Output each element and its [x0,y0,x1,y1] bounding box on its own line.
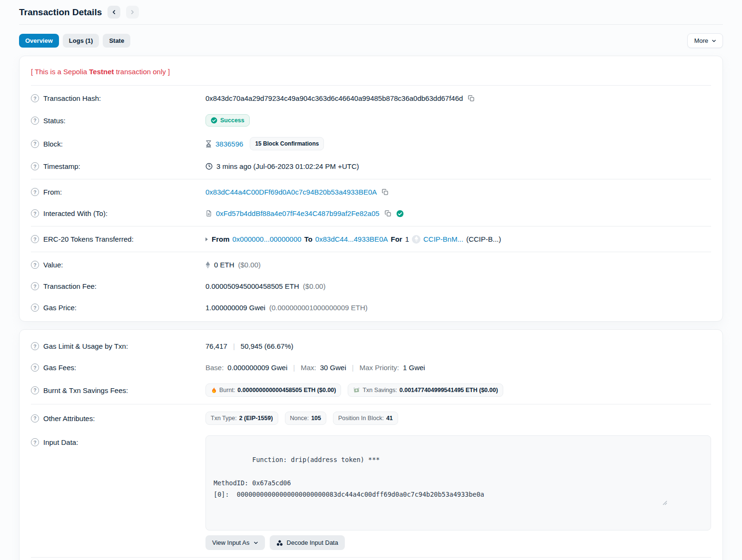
status-badge: Success [205,114,250,127]
nonce-badge: Nonce: 105 [285,412,326,425]
row-interacted-with: Interacted With (To): 0xFd57b4ddBf88a4e0… [31,203,711,224]
gas-limit-usage-label: Gas Limit & Usage by Txn: [43,342,128,350]
chevron-down-icon [712,39,716,43]
more-dropdown-button[interactable]: More [687,33,723,48]
more-dropdown-label: More [694,37,708,44]
burnt-badge-label: Burnt: [219,387,235,393]
help-icon[interactable] [31,261,39,269]
transfer-from-address[interactable]: 0x000000...00000000 [233,235,302,243]
separator: | [350,364,356,372]
tab-logs[interactable]: Logs (1) [63,34,99,48]
base-fee-value: 0.000000009 Gwei [227,364,287,372]
prev-transaction-button[interactable] [107,6,120,19]
page-container: Transaction Details Overview Logs (1) St… [0,0,742,560]
chevron-down-icon [254,540,258,545]
from-address-link[interactable]: 0x83dC44a4C00DFf69d0A0c7c94B20b53a4933BE… [205,188,377,196]
transaction-fee-label: Transaction Fee: [43,282,97,290]
verified-check-icon [396,210,404,217]
row-erc20-transfers: ERC-20 Tokens Transferred: From 0x000000… [31,228,711,250]
divider [31,179,711,179]
token-name-link[interactable]: CCIP-BnM... [423,235,463,243]
txn-savings-badge-value: 0.001477404999541495 ETH ($0.00) [400,387,498,393]
divider [31,252,711,252]
clock-icon [205,163,213,170]
separator: | [231,342,237,350]
gas-usage-value: 50,945 (66.67%) [241,342,293,350]
burnt-badge-value: 0.000000000000458505 ETH ($0.00) [237,387,336,393]
copy-icon[interactable] [381,188,390,196]
burnt-savings-label: Burnt & Txn Savings Fees: [43,386,128,394]
position-in-block-badge: Position In Block: 41 [333,412,398,425]
page-title: Transaction Details [19,7,102,18]
input-data-label: Input Data: [43,438,78,446]
transaction-hash-label: Transaction Hash: [43,94,101,102]
row-gas-price: Gas Price: 1.000000009 Gwei (0.000000001… [31,297,711,318]
row-block: Block: 3836596 15 Block Confirmations [31,132,711,156]
row-input-data: Input Data: Function: drip(address token… [31,430,711,555]
txn-type-badge: Txn Type: 2 (EIP-1559) [205,412,278,425]
gas-limit-value: 76,417 [205,342,227,350]
input-data-box[interactable]: Function: drip(address token) *** Method… [205,435,711,531]
row-transaction-hash: Transaction Hash: 0x843dc70a4a29d79234c4… [31,88,711,109]
txn-type-value: 2 (EIP-1559) [239,415,273,422]
help-icon[interactable] [31,438,39,446]
money-wings-icon [353,387,360,393]
help-icon[interactable] [31,188,39,196]
header-divider [19,24,723,25]
help-icon[interactable] [31,209,39,217]
divider [31,557,711,558]
help-icon[interactable] [31,414,39,422]
block-number-link[interactable]: 3836596 [215,140,243,148]
value-label: Value: [43,261,63,269]
tabs: Overview Logs (1) State [19,34,130,48]
transaction-fee-amount: 0.000050945000458505 ETH [205,282,299,290]
base-fee-label: Base: [205,364,224,372]
view-input-as-button[interactable]: View Input As [205,535,265,550]
help-icon[interactable] [31,162,39,170]
decode-cubes-icon [276,540,283,546]
help-icon[interactable] [31,386,39,394]
tabs-row: Overview Logs (1) State More [19,33,723,48]
divider [31,226,711,226]
help-icon[interactable] [31,342,39,350]
max-priority-label: Max Priority: [360,364,399,372]
help-icon[interactable] [31,117,39,125]
copy-icon[interactable] [383,210,392,217]
decode-input-data-button[interactable]: Decode Input Data [270,535,345,550]
next-transaction-button[interactable] [126,6,139,19]
eth-icon [205,261,210,269]
help-icon[interactable] [31,140,39,148]
transfer-from-word: From [212,235,230,243]
burnt-badge: Burnt: 0.000000000000458505 ETH ($0.00) [205,383,341,397]
copy-icon[interactable] [467,95,476,102]
help-icon[interactable] [31,235,39,243]
block-confirmations-badge: 15 Block Confirmations [250,137,324,150]
help-icon[interactable] [31,94,39,102]
status-label: Status: [43,117,66,125]
token-symbol: (CCIP-B...) [466,235,501,243]
gas-price-gwei: 1.000000009 Gwei [205,304,265,312]
flame-icon [211,387,217,393]
help-icon[interactable] [31,282,39,290]
transfer-amount: 1 [405,235,409,243]
decode-input-data-label: Decode Input Data [287,539,338,546]
to-address-link[interactable]: 0xFd57b4ddBf88a4e07fF4e34C487b99af2Fe82a… [216,209,380,217]
max-priority-value: 1 Gwei [403,364,425,372]
other-attributes-label: Other Attributes: [43,414,95,422]
txn-savings-badge: Txn Savings: 0.001477404999541495 ETH ($… [348,383,503,397]
timestamp-label: Timestamp: [43,162,80,170]
help-icon[interactable] [31,304,39,312]
resize-grip-icon[interactable] [663,478,709,529]
gas-price-eth: (0.000000001000000009 ETH) [269,304,368,312]
row-burnt-savings: Burnt & Txn Savings Fees: Burnt: 0.00000… [31,378,711,402]
transaction-fee-usd: ($0.00) [303,282,326,290]
details-card: Gas Limit & Usage by Txn: 76,417 | 50,94… [19,329,723,560]
row-timestamp: Timestamp: 3 mins ago (Jul-06-2023 01:02… [31,156,711,177]
tab-state[interactable]: State [103,34,130,48]
tab-overview[interactable]: Overview [19,34,59,48]
triangle-right-icon [205,237,208,241]
input-data-actions: View Input As Decode Input Data [205,535,711,550]
transfer-to-address[interactable]: 0x83dC44...4933BE0A [315,235,388,243]
help-icon[interactable] [31,364,39,372]
gas-fees-label: Gas Fees: [43,364,76,372]
